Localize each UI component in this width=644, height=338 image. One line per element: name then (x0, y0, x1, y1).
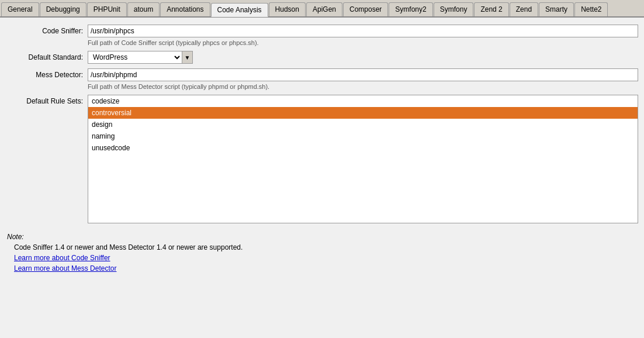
tab-atoum[interactable]: atoum (127, 2, 160, 16)
mess-detector-label: Mess Detector: (6, 68, 88, 79)
tab-zend2[interactable]: Zend 2 (474, 2, 508, 16)
mess-detector-row: Mess Detector: Full path of Mess Detecto… (6, 68, 638, 90)
rule-sets-listbox[interactable]: codesizecontroversialdesignnamingunusedc… (88, 95, 638, 223)
tab-nette2[interactable]: Nette2 (574, 2, 608, 16)
default-standard-row: Default Standard: WordPressPEARPHPCSPSR1… (6, 51, 638, 64)
tab-symfony[interactable]: Symfony (434, 2, 474, 16)
tab-bar: GeneralDebuggingPHPUnitatoumAnnotationsC… (0, 0, 644, 18)
code-sniffer-row: Code Sniffer: Full path of Code Sniffer … (6, 25, 638, 46)
default-standard-control: WordPressPEARPHPCSPSR1PSR2SquizZend ▼ (88, 51, 638, 64)
default-rule-sets-control: codesizecontroversialdesignnamingunusedc… (88, 95, 638, 223)
tab-apigen[interactable]: ApiGen (306, 2, 342, 16)
rule-set-item-naming[interactable]: naming (88, 130, 638, 142)
code-sniffer-hint: Full path of Code Sniffer script (typica… (88, 39, 638, 46)
mess-detector-input[interactable] (88, 68, 638, 81)
mess-detector-control: Full path of Mess Detector script (typic… (88, 68, 638, 90)
mess-detector-hint: Full path of Mess Detector script (typic… (88, 83, 638, 90)
tab-code-analysis[interactable]: Code Analysis (211, 3, 268, 17)
rule-set-item-unusedcode[interactable]: unusedcode (88, 142, 638, 154)
default-standard-dropdown[interactable]: WordPressPEARPHPCSPSR1PSR2SquizZend ▼ (88, 51, 193, 64)
note-section: Note: Code Sniffer 1.4 or newer and Mess… (6, 233, 638, 273)
tab-smarty[interactable]: Smarty (539, 2, 574, 16)
learn-more-mess-detector-link[interactable]: Learn more about Mess Detector (7, 264, 637, 273)
dropdown-arrow-icon[interactable]: ▼ (182, 51, 192, 63)
tab-symfony2[interactable]: Symfony2 (389, 2, 432, 16)
default-standard-select[interactable]: WordPressPEARPHPCSPSR1PSR2SquizZend (88, 51, 182, 63)
default-rule-sets-label: Default Rule Sets: (6, 95, 88, 105)
code-sniffer-control: Full path of Code Sniffer script (typica… (88, 25, 638, 46)
tab-annotations[interactable]: Annotations (160, 2, 210, 16)
default-standard-label: Default Standard: (6, 51, 88, 61)
tab-hudson[interactable]: Hudson (269, 2, 306, 16)
rule-set-item-codesize[interactable]: codesize (88, 95, 638, 107)
tab-general[interactable]: General (1, 2, 39, 16)
rule-set-item-design[interactable]: design (88, 119, 638, 130)
tab-zend[interactable]: Zend (510, 2, 538, 16)
learn-more-code-sniffer-link[interactable]: Learn more about Code Sniffer (7, 254, 637, 262)
rule-set-item-controversial[interactable]: controversial (88, 107, 638, 119)
tab-phpunit[interactable]: PHPUnit (87, 2, 127, 16)
note-label: Note: (7, 233, 24, 241)
code-sniffer-label: Code Sniffer: (6, 25, 88, 35)
tab-debugging[interactable]: Debugging (40, 2, 86, 16)
code-sniffer-input[interactable] (88, 25, 638, 37)
content-area: Code Sniffer: Full path of Code Sniffer … (0, 18, 644, 280)
note-text: Code Sniffer 1.4 or newer and Mess Detec… (7, 243, 637, 251)
default-rule-sets-row: Default Rule Sets: codesizecontroversial… (6, 95, 638, 223)
tab-composer[interactable]: Composer (343, 2, 388, 16)
